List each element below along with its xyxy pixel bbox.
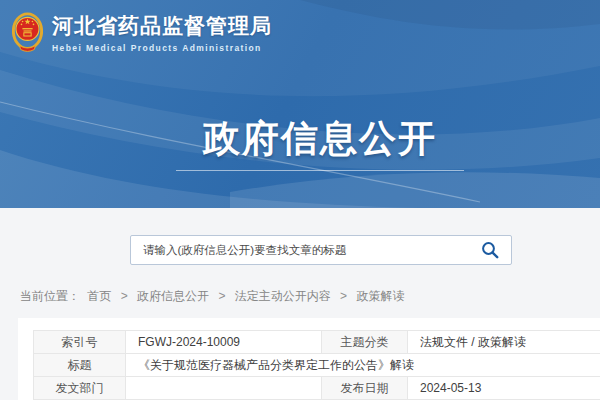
search-button[interactable]	[475, 241, 511, 259]
publish-date-label: 发布日期	[322, 377, 408, 400]
doc-title-value: 《关于规范医疗器械产品分类界定工作的公告》解读	[126, 354, 600, 377]
title-underline	[176, 170, 464, 171]
topic-category-label: 主题分类	[322, 331, 408, 354]
issuing-department-value	[126, 377, 322, 400]
breadcrumb-separator: >	[340, 289, 347, 303]
document-info-table: 索引号 FGWJ-2024-10009 主题分类 法规文件 / 政策解读 标题 …	[33, 330, 600, 400]
topic-category-value: 法规文件 / 政策解读	[408, 331, 600, 354]
breadcrumb: 当前位置： 首页 > 政府信息公开 > 法定主动公开内容 > 政策解读	[20, 288, 404, 305]
breadcrumb-disclosure-content[interactable]: 法定主动公开内容	[235, 289, 331, 303]
index-number-label: 索引号	[34, 331, 126, 354]
page-title: 政府信息公开	[40, 114, 600, 164]
site-brand: 河北省药品监督管理局 Hebei Medical Products Admini…	[12, 10, 272, 56]
site-name: 河北省药品监督管理局	[52, 13, 272, 39]
breadcrumb-policy-interpretation: 政策解读	[356, 289, 404, 303]
table-row: 标题 《关于规范医疗器械产品分类界定工作的公告》解读	[34, 354, 600, 377]
table-row: 发文部门 发布日期 2024-05-13	[34, 377, 600, 400]
breadcrumb-gov-info[interactable]: 政府信息公开	[137, 289, 209, 303]
breadcrumb-separator: >	[218, 289, 225, 303]
breadcrumb-home[interactable]: 首页	[87, 289, 111, 303]
breadcrumb-label: 当前位置：	[20, 289, 80, 303]
search-icon	[481, 241, 499, 259]
table-row: 索引号 FGWJ-2024-10009 主题分类 法规文件 / 政策解读	[34, 331, 600, 354]
document-card: 索引号 FGWJ-2024-10009 主题分类 法规文件 / 政策解读 标题 …	[18, 318, 600, 400]
doc-title-label: 标题	[34, 354, 126, 377]
site-title-block: 河北省药品监督管理局 Hebei Medical Products Admini…	[52, 10, 272, 53]
publish-date-value: 2024-05-13	[408, 377, 600, 400]
issuing-department-label: 发文部门	[34, 377, 126, 400]
content-area: 当前位置： 首页 > 政府信息公开 > 法定主动公开内容 > 政策解读 索引号 …	[0, 208, 600, 400]
breadcrumb-separator: >	[121, 289, 128, 303]
banner: 河北省药品监督管理局 Hebei Medical Products Admini…	[0, 0, 600, 208]
index-number-value: FGWJ-2024-10009	[126, 331, 322, 354]
search-input[interactable]	[141, 243, 475, 257]
national-emblem-icon	[12, 10, 43, 56]
page: 河北省药品监督管理局 Hebei Medical Products Admini…	[0, 0, 600, 400]
search-bar	[130, 235, 512, 265]
site-name-english: Hebei Medical Products Administration	[52, 43, 272, 53]
